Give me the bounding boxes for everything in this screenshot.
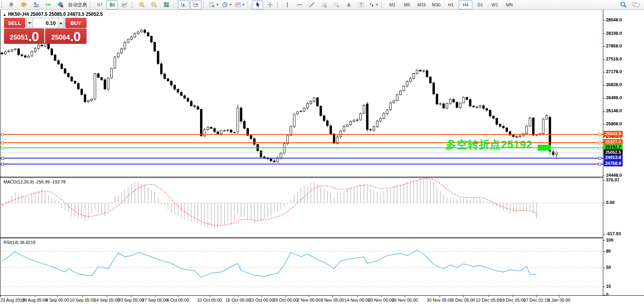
text-label-button[interactable]: T [355, 0, 366, 9]
time-tick-mark [559, 296, 559, 297]
buy-price-display[interactable]: 25064.0 [45, 28, 87, 44]
horizontal-level-line[interactable] [0, 134, 603, 135]
timeframe-m5[interactable]: M5 [400, 0, 414, 9]
signals-icon[interactable] [42, 0, 54, 9]
timeframe-d1[interactable]: D1 [473, 0, 487, 9]
level-price-label: 24758.9 [604, 160, 623, 166]
time-tick-mark [57, 296, 58, 297]
timeframe-m15[interactable]: M15 [415, 0, 429, 9]
price-tick-label: -517.93 [606, 231, 621, 236]
text-button[interactable]: A [343, 0, 354, 9]
cursor-group [251, 0, 276, 9]
toolbar-grip[interactable] [381, 2, 383, 8]
level-line-handle[interactable] [599, 133, 601, 136]
level-line-handle[interactable] [1, 142, 4, 144]
time-tick-label: 23 Aug 2018 [0, 298, 25, 302]
volume-decrease-button[interactable] [26, 18, 33, 28]
dropdown-caret[interactable] [242, 4, 245, 6]
time-tick-mark [405, 296, 405, 297]
time-tick-mark [155, 296, 155, 297]
dropdown-caret[interactable] [216, 4, 219, 6]
zoom-in-button[interactable] [136, 0, 147, 9]
horizontal-line-button[interactable] [294, 0, 305, 9]
accounts-icon[interactable] [30, 0, 42, 9]
dropdown-caret[interactable] [376, 4, 378, 6]
volume-increase-button[interactable] [58, 18, 64, 28]
chart-type-group [94, 0, 130, 9]
buy-button[interactable]: BUY [65, 18, 87, 28]
time-tick-label: 29 Aug 05:00 [22, 298, 48, 302]
sell-price-main: 25051 [9, 32, 28, 43]
volume-input[interactable] [33, 18, 58, 28]
trendline-button[interactable] [306, 0, 317, 9]
timeframe-mn[interactable]: MN [502, 0, 516, 9]
toolbar-grip[interactable] [203, 2, 205, 8]
level-line-handle[interactable] [1, 157, 4, 160]
chat-button[interactable] [630, 0, 641, 9]
arrows-button[interactable] [367, 0, 380, 9]
search-button[interactable] [618, 0, 629, 9]
horizontal-level-line[interactable] [0, 158, 603, 159]
rsi-pane[interactable]: RSI(14) 36.8219 [0, 238, 603, 295]
timeframe-m30[interactable]: M30 [429, 0, 443, 9]
indicators-button[interactable] [208, 0, 220, 9]
candlestick-chart-button[interactable] [106, 0, 118, 9]
new-order-button[interactable]: 单 [6, 0, 17, 9]
equidistant-channel-button[interactable]: E [318, 0, 330, 9]
timeframe-m1[interactable]: M1 [385, 0, 399, 9]
level-line-handle[interactable] [599, 147, 601, 149]
periods-button[interactable] [221, 0, 233, 9]
zoom-out-button[interactable] [148, 0, 160, 9]
time-tick-label: 16 Oct 05:00 [226, 298, 251, 302]
level-line-handle[interactable] [599, 142, 601, 144]
templates-button[interactable] [234, 0, 246, 9]
level-line-handle[interactable] [1, 147, 4, 149]
crosshair-button[interactable] [264, 0, 276, 9]
vertical-line-button[interactable] [281, 0, 293, 9]
level-price-label: 25543.9 [604, 131, 623, 137]
trade-group: 单自动交易 [5, 0, 89, 9]
toolbar-grip[interactable] [132, 2, 134, 8]
macd-pane[interactable]: MACD(12,26,9) -256.99 -192.78 [0, 178, 603, 237]
scroll-group [178, 0, 202, 9]
timeframe-w1[interactable]: W1 [488, 0, 502, 9]
toolbar-grip[interactable] [277, 2, 279, 8]
price-chart-pane[interactable]: ▲HK50-,H4 25007.5 25085.0 24873.5 25052.… [0, 10, 603, 177]
line-chart-button[interactable] [119, 0, 130, 9]
toolbar-grip[interactable] [247, 2, 249, 8]
level-line-handle[interactable] [599, 157, 601, 160]
auto-trading-button[interactable]: 自动交易 [67, 0, 88, 9]
toolbar-grip[interactable] [90, 2, 92, 8]
sell-price-display[interactable]: 25051.0 [4, 28, 44, 44]
dropdown-caret[interactable] [229, 4, 232, 6]
timeframe-h1[interactable]: H1 [444, 0, 458, 9]
horizontal-level-line[interactable] [0, 153, 603, 153]
fibonacci-button[interactable]: F [330, 0, 342, 9]
bar-chart-button[interactable] [94, 0, 106, 9]
level-line-handle[interactable] [599, 163, 601, 166]
toolbar-grip[interactable] [174, 2, 176, 8]
level-line-handle[interactable] [1, 163, 4, 166]
timeframe-h4[interactable]: H4 [459, 0, 472, 9]
sell-button[interactable]: SELL [4, 18, 25, 28]
cursor-button[interactable] [252, 0, 263, 9]
toolbar-grip[interactable] [1, 2, 3, 8]
time-tick-label: 12 Dec 05:00 [476, 298, 501, 302]
tile-windows-button[interactable] [161, 0, 172, 9]
time-tick-mark [513, 296, 513, 297]
svg-text:A: A [347, 2, 351, 8]
time-axis[interactable]: 23 Aug 201829 Aug 05:004 Sep 05:0010 Sep… [0, 296, 644, 304]
pivot-annotation-box[interactable] [538, 145, 551, 151]
level-line-handle[interactable] [1, 133, 4, 136]
time-tick-mark [35, 296, 35, 297]
time-tick-mark [178, 296, 178, 297]
chart-shift-button[interactable] [190, 0, 202, 9]
price-axis[interactable]: 28548.028198.027858.027518.027178.026838… [603, 10, 644, 295]
market-watch-icon[interactable] [18, 0, 29, 9]
horizontal-level-line[interactable] [0, 164, 603, 164]
time-tick-mark [285, 296, 286, 297]
auto-scroll-button[interactable] [178, 0, 189, 9]
market-globe-icon[interactable] [55, 0, 66, 9]
collapse-icon[interactable]: ▲ [3, 13, 6, 17]
time-tick-label: 8 Nov 05:00 [321, 298, 344, 302]
